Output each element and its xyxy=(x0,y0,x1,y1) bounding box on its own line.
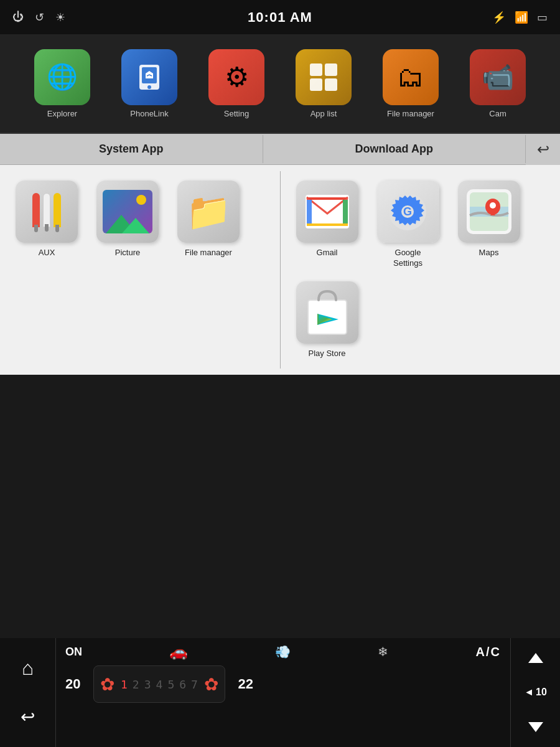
dock-item-filemanager[interactable]: 🗂 File manager xyxy=(383,49,439,118)
fan-control-row: 20 ✿ 1 2 3 4 5 6 7 ✿ 22 xyxy=(65,665,501,703)
temp-left: 20 xyxy=(65,676,87,692)
volume-speaker-icon: ◄ xyxy=(524,687,534,698)
setting-icon: ⚙ xyxy=(208,49,264,105)
dock-item-explorer[interactable]: 🌐 Explorer xyxy=(34,49,90,118)
clock: 10:01 AM xyxy=(248,9,312,26)
dock-item-cam[interactable]: 📹 Cam xyxy=(470,49,526,118)
fan-num-2[interactable]: 2 xyxy=(133,678,139,691)
picture-icon-box xyxy=(96,181,159,243)
power-icon: ⏻ xyxy=(12,11,24,24)
phonelink-icon xyxy=(121,49,177,105)
gmail-label: Gmail xyxy=(317,248,338,258)
dock-item-setting[interactable]: ⚙ Setting xyxy=(208,49,264,118)
aux-icon-box xyxy=(16,181,78,243)
wifi-icon: 📶 xyxy=(515,11,528,24)
fan-num-7[interactable]: 7 xyxy=(191,678,198,691)
volume-number: 10 xyxy=(536,687,547,698)
fan-num-4[interactable]: 4 xyxy=(156,678,163,691)
download-apps-section: Gmail G GoogleSettings xyxy=(281,165,561,375)
brightness-icon: ☀ xyxy=(55,11,65,24)
app-item-google-settings[interactable]: G GoogleSettings xyxy=(374,181,442,269)
volume-display: ◄ 10 xyxy=(524,687,547,698)
window-icon: ▭ xyxy=(537,11,548,24)
filemanager-dock-icon: 🗂 xyxy=(383,49,439,105)
cable-white xyxy=(43,193,50,227)
home-button[interactable]: ⌂ xyxy=(9,650,47,687)
playstore-svg-icon xyxy=(305,288,350,337)
dock-label-cam: Cam xyxy=(489,109,506,118)
picture-label: Picture xyxy=(115,248,140,258)
control-top-row: ON 🚗 💨 ❄ A/C xyxy=(65,643,501,660)
climate-controls: ON 🚗 💨 ❄ A/C 20 ✿ 1 2 3 4 5 6 7 ✿ xyxy=(56,638,510,747)
maps-icon-box xyxy=(458,181,520,243)
aux-cables-icon xyxy=(32,193,61,230)
dock-item-phonelink[interactable]: PhoneLink xyxy=(121,49,177,118)
svg-point-19 xyxy=(490,202,496,209)
svg-rect-11 xyxy=(307,197,348,200)
folder-icon: 📁 xyxy=(186,190,231,233)
filemanager-label: File manager xyxy=(185,248,232,258)
svg-text:G: G xyxy=(403,205,412,218)
back-nav-button[interactable]: ↩ xyxy=(9,698,47,735)
status-bar-right-icons: ⚡ 📶 ▭ xyxy=(492,11,548,24)
fan-num-3[interactable]: 3 xyxy=(144,678,151,691)
fan-speed-display: ✿ 1 2 3 4 5 6 7 ✿ xyxy=(93,665,225,703)
airflow-icon[interactable]: 💨 xyxy=(275,644,291,659)
cam-icon: 📹 xyxy=(470,49,526,105)
bottom-nav-buttons: ⌂ ↩ xyxy=(0,638,56,747)
app-list-container: System App Download App ↩ xyxy=(0,134,560,375)
maps-svg-icon xyxy=(467,189,511,234)
cable-yellow xyxy=(54,193,61,227)
fan-num-5[interactable]: 5 xyxy=(167,678,174,691)
fan-number-row: 1 2 3 4 5 6 7 xyxy=(121,678,198,691)
dock-label-phonelink: PhoneLink xyxy=(130,109,168,118)
explorer-icon: 🌐 xyxy=(34,49,90,105)
app-grid-wrapper: AUX Picture 📁 File manager xyxy=(0,165,560,375)
dock-label-filemanager: File manager xyxy=(387,109,434,118)
picture-icon xyxy=(103,190,152,233)
sun-shape xyxy=(136,195,146,205)
app-item-filemanager[interactable]: 📁 File manager xyxy=(174,181,243,258)
google-settings-svg-icon: G xyxy=(388,192,428,232)
app-tabs: System App Download App ↩ xyxy=(0,134,560,165)
app-item-aux[interactable]: AUX xyxy=(12,181,81,258)
gmail-svg-icon xyxy=(306,195,349,228)
app-item-picture[interactable]: Picture xyxy=(93,181,162,258)
app-item-gmail[interactable]: Gmail xyxy=(293,181,362,269)
fan-num-1[interactable]: 1 xyxy=(121,678,128,691)
volume-up-button[interactable] xyxy=(528,653,543,663)
app-item-maps[interactable]: Maps xyxy=(455,181,523,269)
temp-right: 22 xyxy=(231,676,253,692)
svg-rect-6 xyxy=(325,78,337,91)
usb-icon: ⚡ xyxy=(492,11,506,24)
svg-rect-4 xyxy=(325,63,337,76)
tab-download-app[interactable]: Download App xyxy=(263,135,526,163)
svg-rect-3 xyxy=(310,63,322,76)
fan-settings-icon[interactable]: 🚗 xyxy=(169,643,188,660)
tab-system-app[interactable]: System App xyxy=(0,135,263,163)
app-item-playstore[interactable]: Play Store xyxy=(293,281,362,359)
dock-label-applist: App list xyxy=(310,109,337,118)
fan-right-icon: ✿ xyxy=(204,674,218,695)
maps-label: Maps xyxy=(479,248,499,258)
status-bar-left-icons: ⏻ ↺ ☀ xyxy=(12,11,65,24)
back-button[interactable]: ↩ xyxy=(526,134,560,165)
cable-red xyxy=(32,193,40,227)
svg-point-2 xyxy=(147,85,151,89)
svg-rect-5 xyxy=(310,78,322,91)
playstore-icon-box xyxy=(296,281,358,344)
fan-num-6[interactable]: 6 xyxy=(179,678,186,691)
dock-label-setting: Setting xyxy=(224,109,249,118)
on-label: ON xyxy=(65,646,82,659)
dock-label-explorer: Explorer xyxy=(47,109,77,118)
fan-left-icon: ✿ xyxy=(100,674,114,695)
google-settings-icon-box: G xyxy=(377,181,439,243)
refresh-icon: ↺ xyxy=(35,11,44,24)
playstore-label: Play Store xyxy=(309,349,346,359)
bottom-bar: ⌂ ↩ ON 🚗 💨 ❄ A/C 20 ✿ 1 2 3 4 5 6 7 xyxy=(0,638,560,747)
dock-item-applist[interactable]: App list xyxy=(296,49,352,118)
defrost-icon[interactable]: ❄ xyxy=(378,644,388,659)
volume-down-button[interactable] xyxy=(528,722,543,732)
aux-label: AUX xyxy=(39,248,55,258)
applist-icon xyxy=(296,49,352,105)
